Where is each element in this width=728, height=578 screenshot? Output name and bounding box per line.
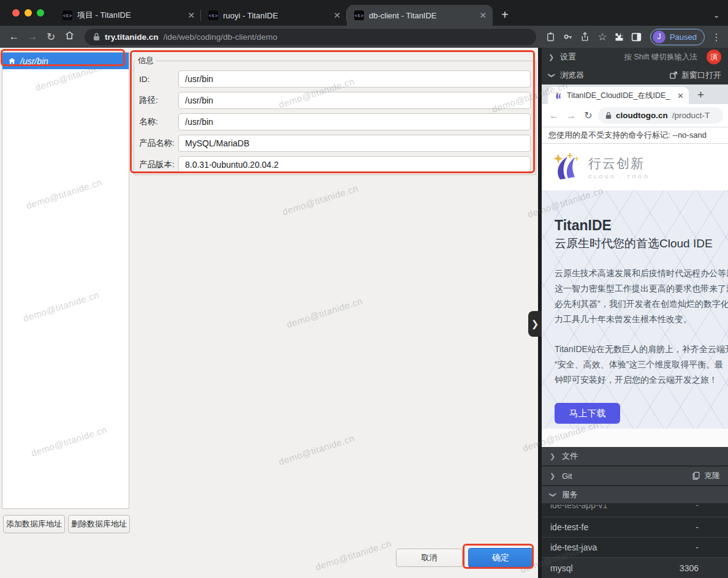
- tab-search-chevron-icon[interactable]: ⌄: [713, 11, 719, 20]
- settings-label: 设置: [560, 51, 576, 62]
- git-section-label: Git: [562, 471, 572, 481]
- preview-tab[interactable]: TitanIDE_CloudIDE_在线IDE_ ✕: [548, 87, 689, 104]
- close-window-button[interactable]: [12, 9, 20, 17]
- browser-section-label: 浏览器: [560, 70, 584, 81]
- open-in-new-icon: [669, 71, 678, 80]
- download-now-button[interactable]: 马上下载: [555, 403, 620, 424]
- open-new-window-button[interactable]: 新窗口打开: [669, 70, 721, 81]
- tree-section-git[interactable]: ❯ Git 克隆: [542, 467, 728, 485]
- back-icon[interactable]: ←: [6, 31, 22, 43]
- home-icon: [8, 57, 16, 65]
- service-port: 3306: [680, 563, 699, 573]
- chevron-down-icon: ❯: [548, 72, 556, 78]
- brand-subtitle: CLOUD · TOGO: [588, 174, 650, 179]
- ime-hint: 按 Shift 键切换输入法: [624, 52, 697, 62]
- share-icon[interactable]: [578, 29, 593, 44]
- id-field[interactable]: [178, 70, 531, 88]
- add-database-button[interactable]: 添加数据库地址: [3, 515, 65, 533]
- back-icon[interactable]: ←: [547, 110, 561, 121]
- bookmark-star-icon[interactable]: ☆: [595, 29, 610, 44]
- tab-title: 项目 - TitanIDE: [77, 10, 183, 21]
- demo-badge[interactable]: 演: [707, 50, 721, 64]
- db-client-page: /usr/bin 信息 ID: 路径: 名称: 产品名称: 产品版本:: [0, 48, 538, 578]
- reload-icon[interactable]: ↻: [43, 31, 59, 43]
- home-icon[interactable]: [61, 30, 77, 43]
- forward-icon[interactable]: →: [564, 110, 578, 121]
- browser-menu-icon[interactable]: ⋮: [711, 31, 722, 43]
- titanide-hero: TitanIDE 云原生时代您的首选Cloud IDE 云原生技术高速发展和后疫…: [542, 190, 728, 429]
- service-row-ide-test-fe[interactable]: ide-test-fe -: [542, 517, 728, 538]
- key-icon[interactable]: [561, 29, 575, 44]
- confirm-button[interactable]: 确定: [468, 548, 533, 568]
- reload-icon[interactable]: ↻: [581, 110, 596, 121]
- browser-toolbar: ← → ↻ try.titanide.cn/ide/web/coding/db-…: [0, 26, 728, 48]
- service-row-ide-test-java[interactable]: ide-test-java -: [542, 538, 728, 558]
- preview-url-path: /product-T: [672, 111, 710, 120]
- screen: <t> 项目 - TitanIDE ✕ <t> ruoyi - TitanIDE…: [0, 0, 728, 578]
- settings-row[interactable]: ❯ 设置 按 Shift 键切换输入法 演: [542, 48, 728, 66]
- close-tab-icon[interactable]: ✕: [188, 10, 195, 20]
- form-row-name: 名称:: [139, 113, 531, 130]
- profile-status-label: Paused: [670, 32, 697, 42]
- ide-side-panel: ❯ 设置 按 Shift 键切换输入法 演 ❯ 浏览器 新窗口打开: [542, 48, 728, 578]
- new-tab-button[interactable]: +: [697, 88, 704, 102]
- tab-db-client[interactable]: <t> db-client - TitanIDE ✕: [347, 5, 493, 26]
- titanide-favicon: <t>: [354, 10, 364, 20]
- tree-section-services[interactable]: ❯ 服务: [542, 486, 728, 503]
- chevron-right-icon: ❯: [550, 452, 556, 460]
- cloudtogo-favicon: [554, 91, 563, 100]
- browser-section-row[interactable]: ❯ 浏览器 新窗口打开: [542, 66, 728, 84]
- side-panel-icon[interactable]: [629, 29, 644, 44]
- product-version-field[interactable]: [178, 156, 531, 173]
- close-tab-icon[interactable]: ✕: [479, 10, 487, 20]
- open-new-window-label: 新窗口打开: [681, 70, 721, 81]
- service-port: -: [696, 522, 699, 532]
- form-row-product-version: 产品版本:: [139, 156, 531, 173]
- titanide-favicon: <t>: [63, 10, 72, 20]
- address-bar[interactable]: try.titanide.cn/ide/web/coding/db-client…: [85, 29, 536, 45]
- close-tab-icon[interactable]: ✕: [677, 91, 684, 100]
- tab-project[interactable]: <t> 项目 - TitanIDE ✕: [55, 5, 201, 26]
- id-label: ID:: [139, 75, 178, 84]
- clipboard-icon[interactable]: [544, 29, 558, 44]
- git-clone-button[interactable]: 克隆: [692, 470, 720, 481]
- files-section-label: 文件: [562, 451, 578, 462]
- service-row-mysql[interactable]: mysql 3306: [542, 558, 728, 578]
- profile-paused-badge[interactable]: J Paused: [650, 29, 705, 45]
- product-name-field[interactable]: [178, 135, 531, 152]
- tab-ruoyi[interactable]: <t> ruoyi - TitanIDE ✕: [201, 5, 347, 26]
- minimize-window-button[interactable]: [25, 9, 32, 17]
- database-list-item-usr-bin[interactable]: /usr/bin: [2, 53, 129, 69]
- panel-collapse-handle[interactable]: ❯: [528, 311, 542, 337]
- brand-name: 行云创新: [588, 155, 650, 172]
- url-host: try.titanide.cn: [105, 32, 159, 42]
- service-port: -: [696, 542, 699, 552]
- cancel-button[interactable]: 取消: [396, 549, 463, 567]
- avatar: J: [653, 31, 665, 43]
- forward-icon[interactable]: →: [25, 31, 40, 43]
- hero-line: 云原生技术高速发展和后疫情时代远程办公等新: [555, 266, 728, 281]
- lock-icon: [605, 111, 612, 119]
- path-field[interactable]: [178, 92, 531, 109]
- chevron-down-icon: ❯: [549, 492, 557, 498]
- cloudtogo-logo: [550, 151, 582, 183]
- name-field[interactable]: [178, 113, 531, 130]
- preview-address-bar[interactable]: cloudtogo.cn/product-T: [598, 107, 723, 124]
- remove-database-button[interactable]: 删除数据库地址: [68, 515, 130, 533]
- path-label: 路径:: [139, 95, 178, 106]
- extensions-puzzle-icon[interactable]: [612, 29, 627, 44]
- service-row-ide-test-app-v1[interactable]: ide-test-app-v1 -: [542, 505, 728, 517]
- preview-tab-bar: TitanIDE_CloudIDE_在线IDE_ ✕ +: [542, 84, 728, 104]
- chevron-right-icon: ❯: [548, 53, 555, 61]
- embedded-browser-preview: TitanIDE_CloudIDE_在线IDE_ ✕ + ← → ↻ cloud…: [542, 84, 728, 447]
- close-tab-icon[interactable]: ✕: [333, 10, 341, 20]
- maximize-window-button[interactable]: [37, 9, 44, 17]
- new-tab-button[interactable]: +: [501, 8, 509, 22]
- explorer-tree: ❯ 文件 ❯ Git 克隆 ❯ 服务 ide-test-app-v1 - ide…: [542, 447, 728, 578]
- product-version-label: 产品版本:: [139, 159, 178, 170]
- tab-title: ruoyi - TitanIDE: [223, 11, 328, 20]
- hero-line: TitanIDE站在无数巨人的肩膀上，补齐全云端开: [555, 342, 728, 357]
- hero-line: 这一智力密集型工作提出更高的要求也带来了新: [555, 281, 728, 296]
- tree-section-files[interactable]: ❯ 文件: [542, 447, 728, 465]
- form-row-id: ID:: [139, 70, 531, 88]
